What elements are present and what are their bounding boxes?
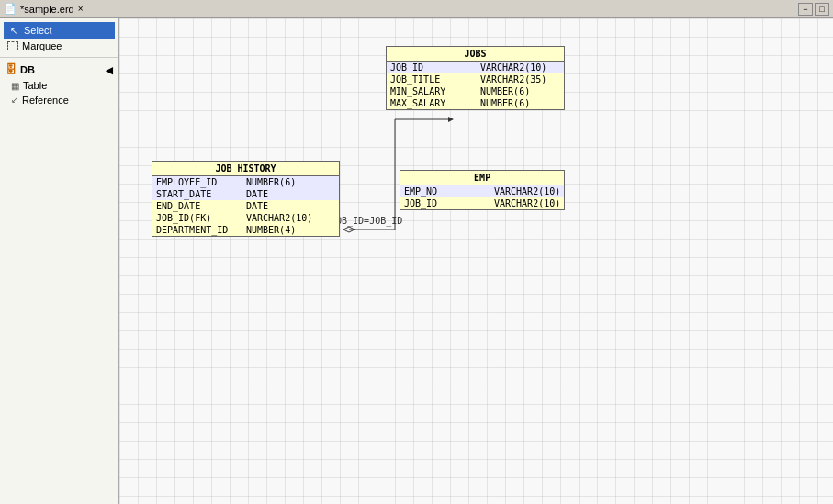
select-icon: ↖ xyxy=(7,24,20,37)
table-label: Table xyxy=(23,80,47,91)
jobs-row-max-salary: MAX_SALARY NUMBER(6) xyxy=(387,97,564,109)
table-icon: ▦ xyxy=(11,81,19,91)
sidebar-section-db: 🗄 DB ◀ ▦ Table ↙ Reference xyxy=(0,58,118,111)
close-tab-icon[interactable]: × xyxy=(78,4,84,14)
title-bar-right: − □ xyxy=(798,3,829,16)
emp-row-emp-no: EMP_NO VARCHAR2(10) xyxy=(400,185,564,197)
db-header-left: 🗄 DB xyxy=(6,63,35,76)
select-tool[interactable]: ↖ Select xyxy=(4,22,115,39)
job-history-row-job-id-fk: JOB_ID(FK) VARCHAR2(10) xyxy=(152,212,339,224)
emp-table-header: EMP xyxy=(400,171,564,185)
jobs-row-job-title: JOB_TITLE VARCHAR2(35) xyxy=(387,73,564,85)
marquee-icon xyxy=(7,41,18,50)
title-bar-text: *sample.erd xyxy=(20,4,74,15)
job-history-row-start-date: START_DATE DATE xyxy=(152,188,339,200)
erd-table-jobs[interactable]: JOBS JOB_ID VARCHAR2(10) JOB_TITLE VARCH… xyxy=(386,46,565,110)
minimize-button[interactable]: − xyxy=(798,3,813,16)
reference-icon: ↙ xyxy=(11,95,18,105)
job-history-row-employee-id: EMPLOYEE_ID NUMBER(6) xyxy=(152,176,339,188)
sidebar-item-reference[interactable]: ↙ Reference xyxy=(4,93,115,107)
sidebar: ↖ Select Marquee 🗄 DB ◀ ▦ Table ↙ xyxy=(0,18,119,504)
svg-marker-3 xyxy=(448,117,454,122)
job-history-table-header: JOB_HISTORY xyxy=(152,162,339,176)
erd-table-job-history[interactable]: JOB_HISTORY EMPLOYEE_ID NUMBER(6) START_… xyxy=(152,161,340,237)
reference-label: Reference xyxy=(22,95,69,106)
connection-label-job-id: JOB_ID=JOB_ID xyxy=(331,216,402,226)
jobs-table-header: JOBS xyxy=(387,47,564,62)
title-bar: 📄 *sample.erd × − □ xyxy=(0,0,833,18)
toolbar: ↖ Select Marquee xyxy=(0,18,118,58)
emp-row-job-id: JOB_ID VARCHAR2(10) xyxy=(400,197,564,209)
marquee-label: Marquee xyxy=(22,40,62,51)
restore-button[interactable]: □ xyxy=(815,3,829,16)
main-layout: ↖ Select Marquee 🗄 DB ◀ ▦ Table ↙ xyxy=(0,18,833,504)
collapse-icon[interactable]: ◀ xyxy=(106,65,113,75)
db-label: DB xyxy=(20,64,35,75)
file-icon: 📄 xyxy=(4,3,17,15)
select-label: Select xyxy=(24,25,52,36)
canvas: JOB_ID=JOB_ID JOBS JOB_ID VARCHAR2(10) J… xyxy=(119,18,833,504)
sidebar-item-table[interactable]: ▦ Table xyxy=(4,78,115,93)
db-header: 🗄 DB ◀ xyxy=(4,62,115,78)
marquee-tool[interactable]: Marquee xyxy=(4,39,115,53)
jobs-row-job-id: JOB_ID VARCHAR2(10) xyxy=(387,62,564,73)
svg-marker-4 xyxy=(343,227,355,232)
erd-table-emp[interactable]: EMP EMP_NO VARCHAR2(10) JOB_ID VARCHAR2(… xyxy=(400,170,565,210)
job-history-row-department-id: DEPARTMENT_ID NUMBER(4) xyxy=(152,224,339,236)
jobs-row-min-salary: MIN_SALARY NUMBER(6) xyxy=(387,85,564,97)
job-history-row-end-date: END_DATE DATE xyxy=(152,200,339,212)
db-icon: 🗄 xyxy=(6,63,17,76)
title-bar-left: 📄 *sample.erd × xyxy=(4,3,84,15)
